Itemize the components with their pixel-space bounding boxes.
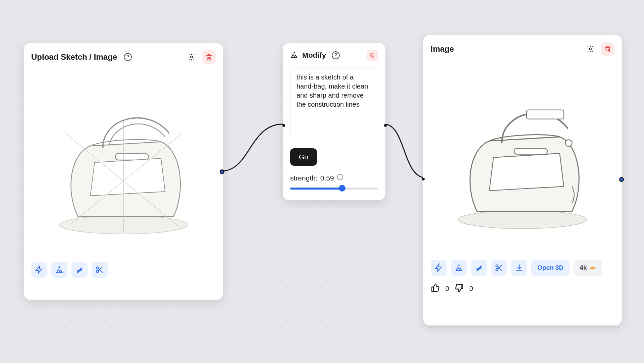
dislikes-count: 0	[469, 285, 473, 293]
upload-output-port[interactable]	[220, 169, 224, 174]
upload-image-preview[interactable]	[31, 70, 216, 255]
upload-card-title: Upload Sketch / Image	[31, 52, 117, 62]
svg-rect-13	[514, 148, 547, 154]
trash-icon[interactable]	[367, 50, 378, 61]
svg-point-8	[335, 57, 336, 58]
modify-input-port[interactable]	[282, 124, 285, 127]
svg-point-10	[589, 48, 591, 50]
crown-icon	[589, 264, 596, 271]
upload-toolbar	[31, 262, 216, 278]
gear-icon[interactable]	[185, 50, 198, 64]
gear-icon[interactable]	[584, 42, 597, 56]
strength-row: strength: 0.59	[290, 174, 378, 182]
go-button[interactable]: Go	[290, 148, 317, 166]
svg-rect-4	[115, 153, 148, 160]
trash-icon[interactable]	[202, 50, 216, 64]
trash-icon[interactable]	[601, 42, 614, 56]
svg-point-5	[96, 267, 99, 269]
connection-modify-to-image	[382, 122, 429, 183]
modify-card-title: Modify	[302, 51, 326, 60]
connection-upload-to-modify	[220, 121, 287, 178]
thumbs-down-icon[interactable]	[454, 283, 464, 294]
bag-sketch-placeholder	[41, 79, 207, 246]
info-icon[interactable]	[337, 174, 343, 182]
modify-icon[interactable]	[451, 260, 467, 276]
help-icon[interactable]	[121, 50, 135, 64]
image-output-port[interactable]	[619, 177, 624, 182]
bolt-icon[interactable]	[431, 260, 447, 276]
thumbs-up-icon[interactable]	[431, 283, 440, 294]
bag-clean-placeholder	[440, 71, 605, 244]
strength-value: 0.59	[320, 174, 334, 182]
svg-point-1	[127, 59, 128, 59]
image-card-title: Image	[431, 44, 454, 54]
image-card-header: Image	[431, 42, 614, 56]
download-icon[interactable]	[511, 260, 527, 276]
svg-rect-12	[527, 110, 564, 119]
open-3d-button[interactable]: Open 3D	[531, 260, 570, 276]
result-image-preview[interactable]	[431, 62, 614, 253]
upload-sketch-card: Upload Sketch / Image	[24, 43, 223, 300]
scissors-icon[interactable]	[491, 260, 507, 276]
image-input-port[interactable]	[422, 178, 425, 180]
image-result-card: Image	[423, 35, 622, 325]
modify-icon[interactable]	[51, 262, 67, 278]
svg-point-6	[96, 270, 99, 273]
4k-button[interactable]: 4k	[574, 260, 602, 276]
svg-point-11	[459, 210, 587, 228]
svg-point-14	[566, 140, 572, 146]
prompt-input[interactable]	[290, 67, 378, 140]
modify-card-header: Modify	[290, 50, 378, 61]
strength-slider[interactable]	[290, 186, 378, 192]
scissors-icon[interactable]	[92, 262, 108, 278]
bolt-icon[interactable]	[31, 262, 47, 278]
upload-card-header: Upload Sketch / Image	[31, 50, 216, 64]
feedback-row: 0 0	[431, 283, 614, 294]
node-canvas[interactable]: Upload Sketch / Image	[0, 0, 644, 363]
svg-point-2	[191, 56, 193, 58]
modify-card: Modify Go strength: 0.59	[283, 43, 385, 200]
modify-output-port[interactable]	[384, 124, 387, 127]
modify-icon	[290, 51, 298, 60]
svg-point-16	[496, 268, 498, 271]
brush-icon[interactable]	[471, 260, 487, 276]
4k-label: 4k	[580, 264, 587, 271]
svg-point-15	[496, 265, 498, 267]
image-toolbar: Open 3D 4k	[431, 260, 614, 276]
likes-count: 0	[445, 285, 449, 293]
help-icon[interactable]	[330, 50, 341, 61]
strength-label: strength:	[290, 174, 318, 182]
brush-icon[interactable]	[71, 262, 88, 278]
